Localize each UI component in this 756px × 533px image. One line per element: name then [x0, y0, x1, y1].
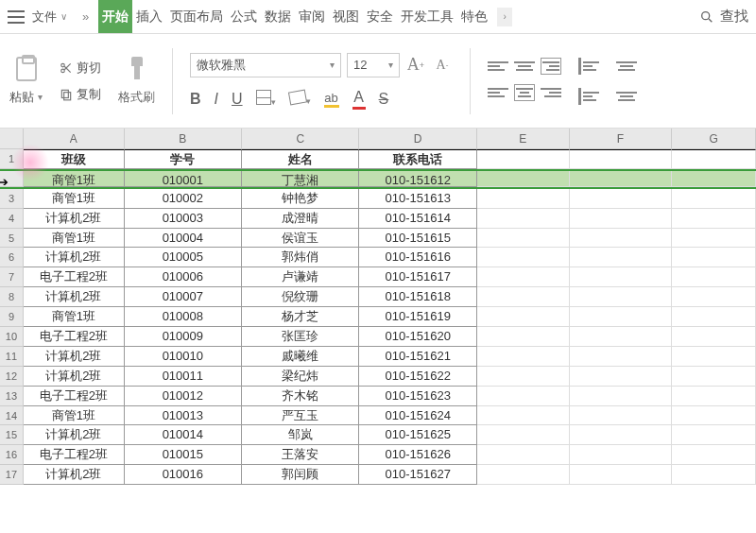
cell[interactable]: 卢谦靖 — [242, 267, 359, 287]
font-name-select[interactable]: 微软雅黑▾ — [190, 53, 341, 77]
cell[interactable] — [672, 287, 756, 307]
col-header[interactable]: D — [359, 129, 476, 148]
cell[interactable] — [477, 267, 570, 287]
cell[interactable]: 钟艳梦 — [242, 189, 359, 209]
cell[interactable]: 010-151613 — [359, 189, 476, 209]
cell[interactable]: 010003 — [125, 209, 242, 229]
cell[interactable] — [477, 425, 570, 445]
cell[interactable]: 010014 — [125, 425, 242, 445]
cell[interactable]: 计算机2班 — [24, 347, 125, 367]
tab-scroll-right-icon[interactable]: › — [497, 8, 512, 26]
cell[interactable] — [672, 189, 756, 209]
cell[interactable] — [672, 387, 756, 406]
cell[interactable] — [570, 367, 672, 387]
cell[interactable] — [477, 327, 570, 347]
tab-security[interactable]: 安全 — [363, 0, 397, 33]
merge-button[interactable] — [616, 88, 637, 105]
cell[interactable]: 010002 — [125, 189, 242, 209]
cell[interactable] — [570, 189, 672, 209]
cell[interactable]: 齐木铭 — [242, 387, 359, 406]
cell[interactable]: 010001 — [125, 171, 242, 187]
fill-button[interactable]: ▾ — [289, 91, 311, 108]
increase-font-button[interactable]: A+ — [405, 55, 426, 76]
row-header[interactable]: 17 — [0, 465, 24, 485]
cell[interactable]: 侯谊玉 — [242, 229, 359, 249]
cell[interactable] — [672, 267, 756, 287]
cell[interactable]: 010004 — [125, 229, 242, 249]
cell[interactable]: 王落安 — [242, 445, 359, 465]
cell[interactable]: 倪纹珊 — [242, 287, 359, 307]
col-header[interactable]: A — [24, 129, 125, 148]
underline-button[interactable]: U — [232, 91, 243, 108]
cell[interactable]: 郭炜俏 — [242, 248, 359, 267]
row-header[interactable]: 4 — [0, 209, 24, 229]
cell[interactable] — [570, 445, 672, 465]
tab-insert[interactable]: 插入 — [132, 0, 166, 33]
cell[interactable]: 010007 — [125, 287, 242, 307]
row-header[interactable]: 3 — [0, 189, 24, 209]
font-color-button[interactable]: A — [352, 89, 366, 110]
border-button[interactable]: ▾ — [256, 90, 276, 109]
cell[interactable] — [477, 347, 570, 367]
cell[interactable] — [672, 347, 756, 367]
font-size-select[interactable]: 12▾ — [347, 53, 400, 77]
cell[interactable] — [477, 149, 570, 169]
strike-button[interactable]: S — [379, 91, 389, 108]
tab-start[interactable]: 开始 — [98, 0, 132, 33]
align-left-button[interactable] — [488, 84, 508, 101]
cell[interactable]: 010016 — [125, 465, 242, 485]
col-header[interactable]: E — [477, 129, 570, 148]
hamburger-icon[interactable] — [8, 10, 25, 24]
align-bottom-button[interactable] — [541, 58, 561, 75]
cell[interactable]: 商管1班 — [24, 307, 125, 327]
cell[interactable] — [570, 387, 672, 406]
tab-data[interactable]: 数据 — [261, 0, 295, 33]
cell[interactable]: 010-151620 — [359, 327, 476, 347]
cell[interactable]: 010005 — [125, 248, 242, 267]
cell[interactable]: 商管1班 — [24, 189, 125, 209]
cell[interactable]: 计算机2班 — [24, 367, 125, 387]
row-header[interactable]: 5 — [0, 229, 24, 249]
cell[interactable]: 班级 — [24, 149, 125, 169]
wrap-button[interactable] — [616, 58, 637, 75]
cell[interactable] — [672, 425, 756, 445]
cell[interactable] — [672, 149, 756, 169]
cell[interactable]: 010015 — [125, 445, 242, 465]
cell[interactable]: 邹岚 — [242, 425, 359, 445]
cell[interactable]: 010-151615 — [359, 229, 476, 249]
cell[interactable] — [570, 287, 672, 307]
align-middle-button[interactable] — [514, 58, 535, 75]
row-header[interactable]: 11 — [0, 347, 24, 367]
cell[interactable] — [570, 209, 672, 229]
cell[interactable] — [570, 267, 672, 287]
cell[interactable]: 电子工程2班 — [24, 327, 125, 347]
col-header[interactable]: G — [672, 129, 756, 148]
spreadsheet-grid[interactable]: 1班级学号姓名联系电话➔商管1班010001丁慧湘010-1516123商管1班… — [0, 149, 756, 485]
cell[interactable] — [477, 406, 570, 426]
copy-button[interactable]: 复制 — [60, 86, 101, 103]
indent-inc-button[interactable] — [578, 88, 599, 105]
cell[interactable] — [570, 307, 672, 327]
cell[interactable] — [477, 465, 570, 485]
cell[interactable]: 戚曦维 — [242, 347, 359, 367]
cell[interactable]: 商管1班 — [24, 171, 125, 187]
cell[interactable]: 电子工程2班 — [24, 387, 125, 406]
cell[interactable] — [672, 406, 756, 426]
cell[interactable]: 计算机2班 — [24, 248, 125, 267]
tab-dev[interactable]: 开发工具 — [397, 0, 457, 33]
cell[interactable] — [570, 171, 672, 187]
cell[interactable] — [672, 307, 756, 327]
row-header[interactable]: 7 — [0, 267, 24, 287]
cell[interactable]: 张匡珍 — [242, 327, 359, 347]
cell[interactable]: 010006 — [125, 267, 242, 287]
select-all-corner[interactable] — [0, 129, 24, 148]
cell[interactable] — [477, 287, 570, 307]
align-center-button[interactable] — [514, 84, 535, 101]
cell[interactable]: 010-151616 — [359, 248, 476, 267]
indent-dec-button[interactable] — [578, 58, 599, 75]
cell[interactable] — [477, 387, 570, 406]
cell[interactable]: 010-151619 — [359, 307, 476, 327]
cell[interactable] — [672, 248, 756, 267]
row-header[interactable]: 12 — [0, 367, 24, 387]
cell[interactable] — [570, 327, 672, 347]
